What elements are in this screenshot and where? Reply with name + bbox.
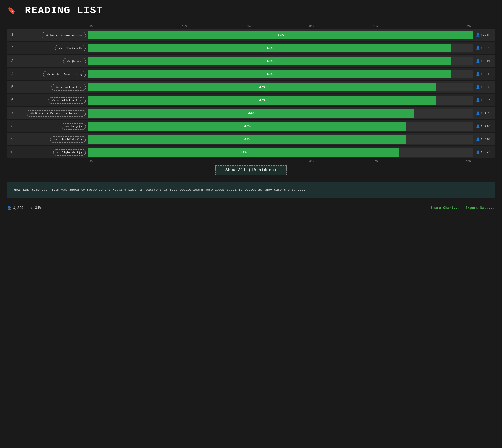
bar-fill-2: 49% (88, 44, 451, 52)
bar-section-8: 43% (88, 120, 473, 132)
table-row: 1 hanging-punctuation 52% (7, 29, 495, 41)
bar-track-6: 47% (88, 96, 473, 105)
bar-track-9: 43% (88, 135, 473, 144)
row-label-9: nth-child of S (16, 136, 88, 143)
count-icon-8: 👤 (476, 125, 480, 128)
label-pill-3[interactable]: @scope (63, 58, 86, 64)
axis-bot-label-5: 52% (407, 160, 471, 163)
axis-top: 0% 10% 21% 31% 42% 52% (89, 25, 471, 28)
bar-track-2: 49% (88, 44, 473, 52)
bar-label-3: 49% (267, 59, 272, 63)
row-label-1: hanging-punctuation (16, 32, 88, 38)
count-icon-10: 👤 (476, 151, 480, 154)
row-rank-1: 1 (7, 33, 16, 37)
count-icon-7: 👤 (476, 112, 480, 115)
bar-section-4: 49% (88, 68, 473, 80)
table-row: 10 light-dark() 42% (7, 146, 495, 158)
label-pill-8[interactable]: image() (62, 123, 86, 130)
bar-section-6: 47% (88, 94, 473, 106)
row-label-6: scroll-timeline (16, 97, 88, 104)
bar-section-2: 49% (88, 42, 473, 54)
axis-label-3: 31% (280, 25, 344, 28)
table-row: 2 offset-path 49% (7, 42, 495, 54)
label-pill-10[interactable]: light-dark() (53, 149, 86, 156)
bar-track-1: 52% (88, 31, 473, 39)
bar-track-3: 49% (88, 57, 473, 65)
row-label-8: image() (16, 123, 88, 130)
label-pill-4[interactable]: Anchor Positioning (43, 71, 86, 78)
axis-label-0: 0% (89, 25, 153, 28)
row-count-7: 👤1,459 (473, 111, 495, 115)
table-row: 8 image() 43% (7, 120, 495, 132)
axis-label-1: 10% (153, 25, 216, 28)
row-count-10: 👤1,377 (473, 150, 495, 154)
bar-section-3: 49% (88, 55, 473, 67)
count-icon-4: 👤 (476, 72, 480, 76)
bar-section-5: 47% (88, 81, 473, 93)
bar-track-8: 43% (88, 122, 473, 131)
row-label-3: @scope (16, 58, 88, 64)
label-pill-7[interactable]: Discrete Properties Anima... (27, 110, 86, 117)
chart-rows: 1 hanging-punctuation 52% (7, 29, 495, 158)
table-row: 3 @scope 49% (7, 55, 495, 67)
row-label-5: view-timeline (16, 84, 88, 91)
page-title: 🔖 READING LIST (7, 5, 495, 16)
row-rank-7: 7 (7, 111, 16, 115)
bar-fill-10: 42% (88, 148, 399, 157)
row-count-2: 👤1,632 (473, 46, 495, 50)
row-count-3: 👤1,611 (473, 59, 495, 63)
share-chart-button[interactable]: Share Chart... (431, 206, 460, 210)
bar-fill-7: 44% (88, 109, 414, 118)
bar-section-7: 44% (88, 107, 473, 119)
label-pill-1[interactable]: hanging-punctuation (42, 32, 86, 38)
row-label-7: Discrete Properties Anima... (16, 110, 88, 117)
bar-fill-1: 52% (88, 31, 473, 39)
show-all-row: Show All (10 hidden) (7, 165, 495, 175)
bookmark-icon: 🔖 (7, 7, 16, 15)
axis-bot-label-4: 42% (344, 160, 407, 163)
table-row: 4 Anchor Positioning 49% (7, 68, 495, 80)
row-rank-3: 3 (7, 59, 16, 63)
percent-icon: ％ (30, 206, 33, 210)
label-pill-6[interactable]: scroll-timeline (48, 97, 86, 104)
bar-label-1: 52% (278, 33, 283, 37)
row-count-8: 👤1,416 (473, 124, 495, 128)
bar-track-4: 49% (88, 70, 473, 79)
bar-label-2: 49% (267, 46, 272, 50)
count-icon-1: 👤 (476, 33, 480, 37)
count-icon-6: 👤 (476, 98, 480, 102)
info-box: How many time each item was added to res… (7, 182, 495, 198)
export-data-button[interactable]: Export Data... (466, 206, 495, 210)
footer-users-stat: 👤 3,299 (7, 206, 23, 210)
row-count-6: 👤1,557 (473, 98, 495, 102)
row-rank-5: 5 (7, 85, 16, 89)
label-pill-2[interactable]: offset-path (55, 45, 86, 51)
axis-bot-label-1 (153, 160, 216, 163)
label-pill-5[interactable]: view-timeline (51, 84, 86, 91)
footer-percent-stat: ％ 34% (30, 206, 41, 210)
bar-fill-6: 47% (88, 96, 436, 105)
bar-fill-4: 49% (88, 70, 451, 79)
row-label-4: Anchor Positioning (16, 71, 88, 78)
row-rank-4: 4 (7, 72, 16, 76)
page-wrapper: 🔖 READING LIST 0% 10% 21% 31% 42% 52% 1 … (7, 5, 495, 210)
bar-label-4: 49% (267, 72, 272, 76)
bar-fill-3: 49% (88, 57, 451, 65)
footer-percentage: 34% (35, 206, 41, 210)
chart-container: 0% 10% 21% 31% 42% 52% 1 hanging-punctua… (7, 25, 495, 175)
row-rank-8: 8 (7, 124, 16, 128)
row-label-2: offset-path (16, 45, 88, 51)
label-pill-9[interactable]: nth-child of S (50, 136, 86, 143)
table-row: 9 nth-child of S 43% (7, 133, 495, 145)
grid-line-4 (399, 148, 399, 157)
row-label-10: light-dark() (16, 149, 88, 156)
bar-label-9: 43% (245, 138, 250, 141)
count-icon-5: 👤 (476, 85, 480, 89)
row-rank-6: 6 (7, 98, 16, 102)
footer-actions: Share Chart... Export Data... (431, 206, 495, 210)
show-all-button[interactable]: Show All (10 hidden) (215, 165, 287, 175)
bar-section-1: 52% (88, 29, 473, 41)
row-count-9: 👤1,410 (473, 137, 495, 141)
bar-label-7: 44% (248, 112, 254, 115)
table-row: 5 view-timeline 47% (7, 81, 495, 93)
